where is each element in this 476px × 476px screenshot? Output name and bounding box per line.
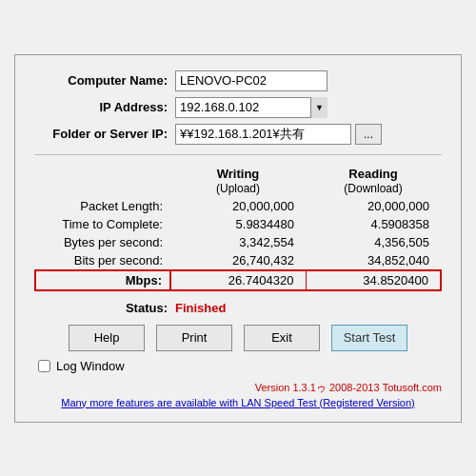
table-row: Bytes per second: 3,342,554 4,356,505 [35,233,441,251]
packet-length-read: 20,000,000 [306,197,441,215]
ip-address-row: IP Address: ▼ [34,97,442,118]
start-test-button[interactable]: Start Test [331,325,407,351]
bits-per-sec-label: Bits per second: [35,251,170,270]
bytes-per-sec-write: 3,342,554 [170,233,306,251]
status-value: Finished [175,301,226,315]
computer-name-row: Computer Name: [34,70,442,91]
mbps-label: Mbps: [35,270,170,290]
status-label: Status: [34,301,168,315]
help-button[interactable]: Help [69,325,145,351]
divider-top [34,154,442,155]
col-reading-header: Reading (Download) [306,165,441,197]
folder-label: Folder or Server IP: [34,127,168,141]
button-row: Help Print Exit Start Test [34,325,442,351]
col-label-header [35,165,170,197]
folder-input[interactable] [175,124,351,145]
ip-wrapper: ▼ [175,97,327,118]
log-window-checkbox[interactable] [38,360,50,372]
footer-version: Version 1.3.1ゥ 2008-2013 Totusoft.com [34,381,442,395]
time-complete-label: Time to Complete: [35,215,170,233]
computer-name-label: Computer Name: [34,73,168,88]
ip-address-label: IP Address: [34,100,168,114]
table-row: Bits per second: 26,740,432 34,852,040 [35,251,441,270]
ip-address-input[interactable] [175,97,327,118]
ip-dropdown-button[interactable]: ▼ [310,97,327,118]
computer-name-input[interactable] [175,70,327,91]
main-window: Computer Name: IP Address: ▼ Folder or S… [14,54,462,423]
exit-button[interactable]: Exit [244,325,320,351]
table-row: Time to Complete: 5.9834480 4.5908358 [35,215,441,233]
col-writing-header: Writing (Upload) [170,165,306,197]
mbps-row: Mbps: 26.7404320 34.8520400 [35,270,441,290]
folder-browse-button[interactable]: ... [355,124,382,145]
bytes-per-sec-read: 4,356,505 [306,233,441,251]
print-button[interactable]: Print [156,325,232,351]
bytes-per-sec-label: Bytes per second: [35,233,170,251]
time-complete-read: 4.5908358 [306,215,441,233]
log-window-label: Log Window [56,359,125,373]
folder-row: Folder or Server IP: ... [34,124,442,145]
packet-length-write: 20,000,000 [170,197,306,215]
packet-length-label: Packet Length: [35,197,170,215]
footer-link[interactable]: Many more features are available with LA… [34,397,442,408]
table-row: Packet Length: 20,000,000 20,000,000 [35,197,441,215]
mbps-read-value: 34.8520400 [306,270,441,290]
log-window-row: Log Window [34,359,442,373]
status-row: Status: Finished [34,301,442,315]
time-complete-write: 5.9834480 [170,215,306,233]
mbps-write-value: 26.7404320 [170,270,306,290]
bits-per-sec-write: 26,740,432 [170,251,306,270]
results-table: Writing (Upload) Reading (Download) Pack… [34,165,442,291]
bits-per-sec-read: 34,852,040 [306,251,441,270]
